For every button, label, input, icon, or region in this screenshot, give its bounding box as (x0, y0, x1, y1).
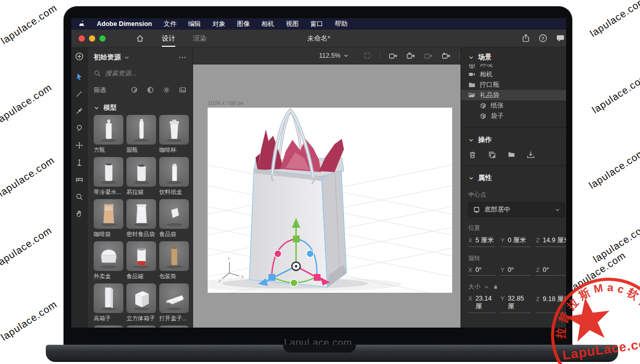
menu-camera[interactable]: 相机 (261, 20, 274, 29)
model-thumbnail[interactable] (126, 115, 156, 145)
model-thumbnail[interactable] (94, 241, 123, 271)
model-asset-方瓶[interactable]: 方瓶 (94, 115, 123, 154)
close-window-button[interactable] (79, 35, 85, 42)
scene-item-纸张[interactable]: 纸张 (461, 100, 566, 111)
rotation-x-field[interactable]: X0° (468, 266, 495, 276)
panel-menu-icon[interactable] (178, 54, 186, 61)
model-asset-box-taped[interactable] (94, 326, 123, 328)
model-asset-外卖盒[interactable]: 外卖盒 (94, 241, 123, 280)
model-asset-食品袋[interactable]: 食品袋 (159, 199, 189, 238)
pivot-select[interactable]: 底部居中 (468, 202, 565, 217)
pan-tool[interactable] (73, 208, 85, 219)
model-filter-icon[interactable] (131, 86, 138, 94)
lasso-tool[interactable] (73, 122, 85, 134)
home-icon[interactable] (136, 34, 144, 43)
menu-image[interactable]: 图像 (237, 20, 250, 29)
zoom-tool[interactable] (73, 191, 85, 202)
model-thumbnail[interactable] (126, 241, 156, 271)
model-asset-密封食品袋[interactable]: 密封食品袋 (126, 199, 156, 238)
size-y-field[interactable]: Y32.85 厘 (501, 295, 531, 313)
model-thumbnail[interactable] (94, 199, 123, 229)
apple-menu-icon[interactable] (79, 20, 85, 28)
model-asset-带冷凝水...[interactable]: 带冷凝水... (94, 157, 123, 196)
frame-view-icon[interactable] (363, 51, 372, 60)
model-thumbnail[interactable] (159, 115, 189, 145)
dolly-tool[interactable] (73, 174, 85, 185)
zoom-level-dropdown[interactable]: 112.5% (319, 52, 349, 59)
model-asset-咖啡杯[interactable]: 咖啡杯 (159, 115, 189, 154)
group-action[interactable] (508, 151, 515, 159)
image-filter-icon[interactable] (179, 86, 186, 94)
menu-window[interactable]: 窗口 (310, 20, 323, 29)
model-thumbnail[interactable] (159, 241, 189, 271)
tab-design[interactable]: 设计 (162, 30, 175, 47)
model-asset-饮料纸盒[interactable]: 饮料纸盒 (159, 157, 189, 196)
size-x-field[interactable]: X23.14 厘 (468, 295, 495, 313)
feedback-chat-icon[interactable] (556, 34, 565, 43)
model-thumbnail[interactable] (126, 326, 156, 328)
chevron-down-icon[interactable] (94, 105, 99, 111)
model-thumbnail[interactable] (94, 115, 123, 145)
model-asset-立方体箱子[interactable]: 立方体箱子 (126, 283, 156, 322)
x-scale-handle[interactable] (268, 274, 275, 281)
zoom-window-button[interactable] (99, 35, 106, 42)
camera-bookmark-add-icon[interactable] (442, 52, 451, 60)
chevron-down-icon[interactable] (468, 137, 474, 143)
menubar-app-name[interactable]: Adobe Dimension (97, 20, 152, 28)
delete-action[interactable] (468, 151, 477, 159)
assets-panel-title[interactable]: 初始资源 (94, 53, 121, 62)
pasteboard[interactable]: 1024 x 768 px (193, 64, 460, 328)
position-y-field[interactable]: Y0 厘米 (501, 236, 531, 247)
model-thumbnail[interactable] (94, 283, 123, 313)
x-rotate-handle[interactable] (306, 250, 314, 257)
z-rotate-handle[interactable] (274, 250, 281, 257)
position-z-field[interactable]: Z14.9 厘米 (536, 236, 566, 247)
scale-tool[interactable] (73, 157, 85, 168)
gift-bag-model[interactable] (249, 110, 347, 287)
tab-render[interactable]: 渲染 (193, 30, 207, 47)
chevron-down-icon[interactable] (468, 175, 474, 181)
artboard[interactable]: Y X Z (208, 108, 452, 293)
chevron-down-icon[interactable] (468, 55, 474, 60)
select-tool[interactable] (73, 71, 85, 82)
add-content-tool[interactable] (73, 50, 85, 62)
model-thumbnail[interactable] (94, 157, 123, 187)
move-tool[interactable] (73, 139, 85, 151)
lock-proportions-icon[interactable] (493, 284, 498, 290)
scene-item-袋子[interactable]: 袋子 (461, 111, 566, 121)
y-rotate-handle[interactable] (290, 279, 298, 287)
light-filter-icon[interactable] (163, 86, 170, 94)
rotation-y-field[interactable]: Y0° (501, 266, 531, 276)
model-thumbnail[interactable] (159, 199, 189, 229)
scene-item-环境[interactable]: 环境 (461, 64, 566, 69)
menu-object[interactable]: 对象 (212, 20, 225, 29)
model-asset-box-flat[interactable] (126, 326, 156, 328)
share-icon[interactable] (521, 34, 530, 43)
asset-search-input[interactable]: 搜索资源... (94, 67, 186, 80)
model-thumbnail[interactable] (159, 283, 189, 313)
minimize-window-button[interactable] (89, 35, 95, 42)
export-action[interactable] (527, 151, 535, 159)
help-icon[interactable]: ? (539, 34, 547, 43)
magic-wand-tool[interactable] (73, 88, 85, 99)
duplicate-action[interactable] (488, 151, 496, 159)
model-thumbnail[interactable] (94, 326, 123, 328)
position-x-field[interactable]: X5 厘米 (468, 236, 495, 247)
model-thumbnail[interactable] (159, 157, 189, 187)
material-filter-icon[interactable] (147, 86, 154, 94)
model-thumbnail[interactable] (126, 157, 156, 187)
menu-help[interactable]: 帮助 (335, 20, 348, 29)
model-asset-食品罐[interactable]: 食品罐 (126, 241, 156, 280)
menu-edit[interactable]: 编辑 (188, 20, 201, 29)
chevron-down-icon[interactable] (484, 284, 489, 290)
menu-file[interactable]: 文件 (163, 20, 176, 29)
scene-item-相机[interactable]: 相机 (461, 69, 566, 80)
models-section-title[interactable]: 模型 (104, 103, 117, 112)
model-thumbnail[interactable] (126, 283, 156, 313)
model-asset-易拉罐[interactable]: 易拉罐 (126, 157, 156, 196)
chevron-down-icon[interactable] (124, 55, 130, 60)
model-asset-包装筒[interactable]: 包装筒 (159, 241, 189, 280)
model-thumbnail[interactable] (126, 199, 156, 229)
menu-view[interactable]: 视图 (286, 20, 299, 29)
model-asset-咖啡袋[interactable]: 咖啡袋 (94, 199, 123, 238)
